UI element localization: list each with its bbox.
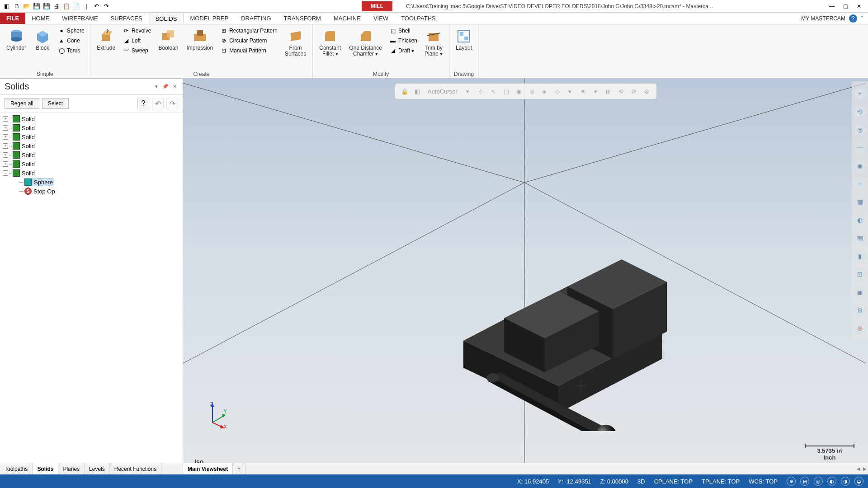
viewport[interactable]: 🔒 ◧ AutoCursor ▾ ⊹ ↖ ▢ ◉ ◎ ◈ ◇ ▾ ≡ ▾ ⊞ ⟲… <box>183 79 868 474</box>
tree-node-solid[interactable]: +Solid <box>3 114 180 123</box>
ac-b-icon[interactable]: ◎ <box>527 86 537 97</box>
ac-arrow-icon[interactable]: ↖ <box>488 86 498 97</box>
close-button[interactable]: ✕ <box>853 2 865 11</box>
print-icon[interactable]: 🖨 <box>52 2 61 10</box>
ac-h-icon[interactable]: ⊞ <box>604 86 613 97</box>
ac-sel-icon[interactable]: ▢ <box>501 86 511 97</box>
maximize-button[interactable]: ▢ <box>839 2 852 11</box>
expand-icon[interactable]: + <box>3 125 8 131</box>
sb-c-icon[interactable]: ◒ <box>854 477 863 486</box>
bt-planes[interactable]: Planes <box>58 463 85 474</box>
collapse-ribbon-icon[interactable]: ˄ <box>861 15 863 21</box>
boolean-button[interactable]: Boolean <box>156 26 181 53</box>
ac-g-icon[interactable]: ▾ <box>590 86 600 97</box>
undo-icon[interactable]: ↶ <box>92 2 100 10</box>
bt-levels[interactable]: Levels <box>85 463 110 474</box>
bt-scroll-right[interactable]: ▶ <box>862 463 868 474</box>
trim-by-plane-button[interactable]: Trim by Plane ▾ <box>422 26 445 59</box>
tree-node-solid[interactable]: +Solid <box>3 123 180 132</box>
rect-pattern-button[interactable]: ⊞Rectangular Pattern <box>218 26 279 35</box>
sb-a-icon[interactable]: ◐ <box>827 477 836 486</box>
expand-icon[interactable]: + <box>3 143 8 149</box>
cylinder-button[interactable]: Cylinder <box>4 26 29 53</box>
cone-button[interactable]: ▲Cone <box>56 36 86 45</box>
rg-gear-icon[interactable]: ⚙ <box>854 305 866 316</box>
status-wcs[interactable]: WCS: TOP <box>749 478 778 485</box>
bt-solids[interactable]: Solids <box>33 463 58 474</box>
tab-surfaces[interactable]: SURFACES <box>104 13 149 24</box>
paste-icon[interactable]: 📄 <box>72 2 80 10</box>
shell-button[interactable]: ◰Shell <box>387 26 419 35</box>
tab-view[interactable]: VIEW <box>367 13 395 24</box>
tab-machine[interactable]: MACHINE <box>327 13 367 24</box>
ac-dd-icon[interactable]: ▾ <box>463 86 473 97</box>
new-icon[interactable]: 🗋 <box>13 2 21 10</box>
sweep-button[interactable]: 〰Sweep <box>121 46 153 55</box>
rg-stop-icon[interactable]: ⊘ <box>854 323 866 334</box>
ac-i-icon[interactable]: ⟲ <box>616 86 626 97</box>
regen-all-button[interactable]: Regen all <box>5 98 39 109</box>
rg-wire-icon[interactable]: ▤ <box>854 232 866 244</box>
torus-button[interactable]: ◯Torus <box>56 46 86 55</box>
panel-help-icon[interactable]: ? <box>137 98 149 109</box>
ac-e-icon[interactable]: ▾ <box>565 86 575 97</box>
rg-rotate-icon[interactable]: ⟲ <box>854 106 866 117</box>
rg-color-icon[interactable]: ▦ <box>854 196 866 208</box>
status-cplane[interactable]: CPLANE: TOP <box>654 478 693 485</box>
constant-fillet-button[interactable]: Constant Fillet ▾ <box>316 26 344 59</box>
ac-lock-icon[interactable]: 🔒 <box>400 86 410 97</box>
tab-wireframe[interactable]: WIREFRAME <box>56 13 104 24</box>
revolve-button[interactable]: ⟳Revolve <box>121 26 153 35</box>
loft-button[interactable]: ◢Loft <box>121 36 153 45</box>
rg-layers-icon[interactable]: ≣ <box>854 286 866 298</box>
layout-button[interactable]: Layout <box>453 26 475 53</box>
sb-globe-icon[interactable]: ⊕ <box>787 477 796 486</box>
status-tplane[interactable]: TPLANE: TOP <box>702 478 740 485</box>
tab-transform[interactable]: TRANSFORM <box>278 13 327 24</box>
extrude-button[interactable]: Extrude <box>94 26 118 53</box>
redo-icon[interactable]: ↷ <box>102 2 110 10</box>
save-icon[interactable]: 💾 <box>33 2 41 10</box>
panel-dropdown-icon[interactable]: ▾ <box>153 83 160 90</box>
man-pattern-button[interactable]: ⊡Manual Pattern <box>218 46 279 55</box>
tree-node-solid[interactable]: +Solid <box>3 132 180 141</box>
tab-home[interactable]: HOME <box>25 13 56 24</box>
rg-v2-icon[interactable]: ⊡ <box>854 268 866 280</box>
tree-node-solid[interactable]: +Solid <box>3 150 180 160</box>
thicken-button[interactable]: ▬Thicken <box>387 36 419 45</box>
panel-undo-icon[interactable]: ↶ <box>152 98 164 109</box>
block-button[interactable]: Block <box>32 26 53 53</box>
saveas-icon[interactable]: 💾 <box>42 2 51 10</box>
tab-solids[interactable]: SOLIDS <box>149 13 184 24</box>
tree-node-stop-op[interactable]: SStop Op <box>3 187 180 196</box>
ac-f-icon[interactable]: ≡ <box>578 86 588 97</box>
one-distance-chamfer-button[interactable]: One Distance Chamfer ▾ <box>346 26 385 59</box>
rg-shade-icon[interactable]: ◐ <box>854 214 866 226</box>
ac-d-icon[interactable]: ◇ <box>552 86 562 97</box>
ac-ref-icon[interactable]: ◧ <box>412 86 422 97</box>
tree-node-solid[interactable]: +Solid <box>3 141 180 150</box>
rg-zoom-icon[interactable]: + <box>854 88 866 99</box>
tree-node-solid-expanded[interactable]: −Solid <box>3 169 180 178</box>
circ-pattern-button[interactable]: ⊚Circular Pattern <box>218 36 279 45</box>
tab-file[interactable]: FILE <box>0 13 25 24</box>
ac-c-icon[interactable]: ◈ <box>539 86 549 97</box>
bt-scroll-left[interactable]: ◀ <box>855 463 862 474</box>
bt-add-viewsheet[interactable]: + <box>233 463 245 474</box>
rg-snap-icon[interactable]: ◉ <box>854 160 866 172</box>
sphere-button[interactable]: ●Sphere <box>56 26 86 35</box>
rg-curve-icon[interactable]: 〰 <box>854 142 866 154</box>
rg-target-icon[interactable]: ◎ <box>854 124 866 136</box>
copy-icon[interactable]: 📋 <box>62 2 71 10</box>
expand-icon[interactable]: + <box>3 152 8 158</box>
panel-pin-icon[interactable]: 📌 <box>162 83 169 90</box>
ac-k-icon[interactable]: ⊗ <box>642 86 651 97</box>
expand-icon[interactable]: + <box>3 116 8 122</box>
rg-align-icon[interactable]: ⊣ <box>854 178 866 190</box>
tab-toolpaths[interactable]: TOOLPATHS <box>395 13 442 24</box>
autocursor-toolbar[interactable]: 🔒 ◧ AutoCursor ▾ ⊹ ↖ ▢ ◉ ◎ ◈ ◇ ▾ ≡ ▾ ⊞ ⟲… <box>395 83 657 99</box>
help-icon[interactable]: ? <box>849 14 857 23</box>
status-mode[interactable]: 3D <box>637 478 645 485</box>
collapse-icon[interactable]: − <box>3 170 8 176</box>
expand-icon[interactable]: + <box>3 134 8 140</box>
